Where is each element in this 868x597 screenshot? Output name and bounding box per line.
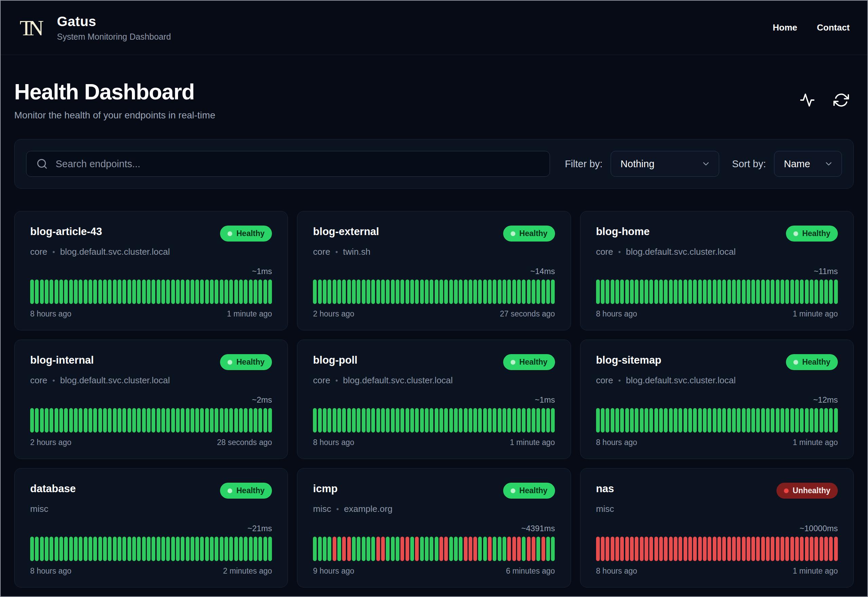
endpoint-name: blog-external (313, 226, 379, 238)
separator-dot: • (618, 376, 621, 385)
response-time: ~4391ms (313, 524, 555, 533)
uptime-bar (440, 408, 443, 432)
response-time: ~21ms (30, 524, 272, 533)
endpoint-card[interactable]: database Healthy misc ~21ms 8 hours ago … (14, 468, 288, 588)
uptime-bars (596, 408, 838, 432)
endpoint-host: blog.default.svc.cluster.local (343, 375, 453, 386)
filter-select[interactable]: Nothing (611, 151, 719, 177)
uptime-bar (352, 537, 355, 561)
oldest-time: 9 hours ago (313, 566, 354, 576)
status-label: Healthy (236, 229, 264, 238)
uptime-bar (229, 408, 233, 432)
card-head: blog-external Healthy (313, 226, 555, 242)
sort-select[interactable]: Name (774, 151, 842, 177)
endpoint-group: core (596, 247, 613, 257)
endpoint-group: misc (596, 504, 614, 514)
nav-link-home[interactable]: Home (773, 22, 797, 33)
uptime-bar (220, 537, 224, 561)
endpoint-card[interactable]: blog-sitemap Healthy core • blog.default… (580, 340, 854, 459)
endpoint-card[interactable]: blog-poll Healthy core • blog.default.sv… (297, 340, 571, 459)
uptime-bar (171, 537, 175, 561)
uptime-bar (664, 408, 668, 432)
uptime-bar (249, 408, 253, 432)
uptime-bar (35, 408, 39, 432)
uptime-bar (157, 537, 160, 561)
uptime-bar (546, 279, 550, 304)
nav-link-contact[interactable]: Contact (817, 22, 850, 33)
uptime-bar (834, 279, 838, 304)
uptime-bar (49, 279, 53, 304)
uptime-bar (635, 408, 638, 432)
status-badge: Healthy (220, 354, 272, 370)
endpoint-group: core (313, 375, 330, 386)
endpoint-card[interactable]: blog-home Healthy core • blog.default.sv… (580, 211, 854, 330)
uptime-bar (493, 408, 496, 432)
uptime-bar (430, 408, 433, 432)
uptime-bar (229, 537, 233, 561)
uptime-bar (318, 279, 322, 304)
uptime-bar (367, 279, 370, 304)
endpoint-card[interactable]: icmp Healthy misc • example.org ~4391ms … (297, 468, 571, 588)
endpoint-card[interactable]: blog-internal Healthy core • blog.defaul… (14, 340, 288, 459)
uptime-bar (674, 537, 677, 561)
endpoint-card[interactable]: blog-article-43 Healthy core • blog.defa… (14, 211, 288, 330)
uptime-bar (756, 408, 760, 432)
uptime-bar (517, 408, 521, 432)
app-subtitle: System Monitoring Dashboard (57, 32, 171, 42)
uptime-bar (483, 408, 487, 432)
uptime-bar (493, 537, 496, 561)
uptime-bar (502, 408, 506, 432)
uptime-bar (781, 408, 784, 432)
search-input[interactable] (26, 151, 550, 177)
uptime-bar (713, 537, 717, 561)
uptime-bar (601, 408, 604, 432)
uptime-bar (722, 537, 726, 561)
uptime-bar (386, 537, 390, 561)
uptime-bar (59, 279, 63, 304)
uptime-bar (507, 408, 511, 432)
endpoint-meta: core • blog.default.svc.cluster.local (30, 247, 272, 257)
uptime-bar (333, 408, 336, 432)
uptime-bar (708, 279, 711, 304)
uptime-bar (542, 537, 545, 561)
uptime-bar (327, 279, 331, 304)
uptime-bar (776, 279, 779, 304)
uptime-bar (606, 408, 609, 432)
status-label: Healthy (520, 358, 548, 367)
endpoint-card[interactable]: nas Unhealthy misc ~10000ms 8 hours ago … (580, 468, 854, 588)
endpoint-meta: core • blog.default.svc.cluster.local (30, 375, 272, 386)
uptime-bar (327, 408, 331, 432)
uptime-bar (142, 408, 146, 432)
uptime-bar (333, 537, 336, 561)
uptime-bar (400, 537, 404, 561)
refresh-icon[interactable] (833, 92, 849, 108)
status-label: Healthy (520, 229, 548, 238)
uptime-bar (669, 408, 673, 432)
uptime-bar (815, 537, 818, 561)
uptime-bar (347, 408, 351, 432)
endpoint-host: example.org (344, 504, 392, 514)
uptime-bar (171, 408, 175, 432)
uptime-bar (498, 279, 501, 304)
uptime-bar (454, 279, 458, 304)
uptime-bar (435, 279, 438, 304)
uptime-bars (596, 537, 838, 561)
uptime-bar (449, 537, 453, 561)
uptime-bar (742, 408, 746, 432)
uptime-bar (200, 279, 204, 304)
uptime-bar (396, 537, 399, 561)
sort-value: Name (784, 158, 810, 169)
separator-dot: • (618, 248, 621, 257)
endpoint-meta: core • blog.default.svc.cluster.local (596, 247, 838, 257)
uptime-bar (337, 279, 341, 304)
card-foot: 2 hours ago 28 seconds ago (30, 438, 272, 447)
uptime-bar (30, 279, 34, 304)
card-head: blog-home Healthy (596, 226, 838, 242)
uptime-bar (176, 537, 180, 561)
filter-value: Nothing (621, 158, 655, 169)
endpoint-card[interactable]: blog-external Healthy core • twin.sh ~14… (297, 211, 571, 330)
uptime-bar (132, 537, 136, 561)
activity-icon[interactable] (800, 92, 815, 108)
newest-time: 27 seconds ago (500, 309, 555, 319)
uptime-bar (630, 408, 634, 432)
